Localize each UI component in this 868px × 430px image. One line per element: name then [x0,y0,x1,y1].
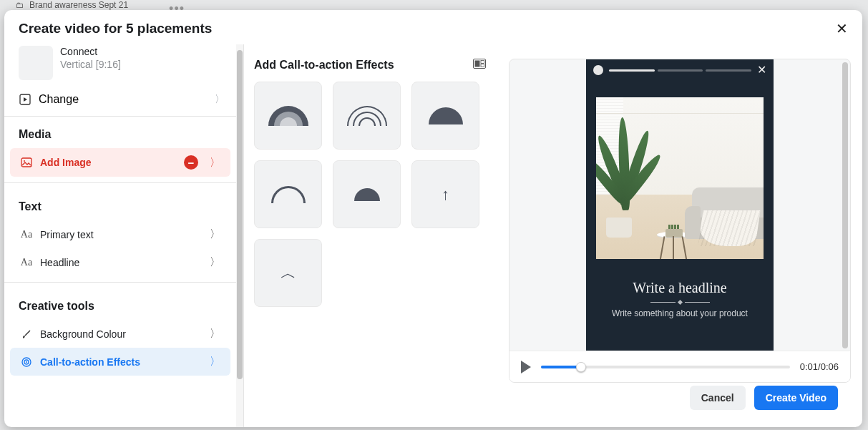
effect-single-arc[interactable] [254,160,322,228]
cancel-button[interactable]: Cancel [690,386,746,410]
chevron-up-icon: ︿ [281,263,296,284]
folder-icon: 🗀 [16,1,24,9]
preview-scrollbar[interactable] [842,61,849,346]
template-thumbnail [19,46,53,80]
image-icon [20,156,33,169]
cta-effects-button[interactable]: Call-to-action Effects 〉 [10,348,230,376]
template-name: Connect [60,46,121,57]
seek-slider[interactable] [541,366,790,368]
story-progress [609,69,751,72]
remove-icon[interactable]: − [184,155,198,170]
play-button[interactable] [521,361,531,373]
svg-point-5 [26,361,27,363]
close-icon[interactable]: ✕ [757,67,766,74]
preview-headline: Write a headline [586,280,774,296]
avatar [593,65,603,75]
story-preview: ✕ Write a headline [586,59,774,351]
change-template-button[interactable]: Change 〉 [4,87,236,117]
section-media: Media [4,117,236,148]
section-creative-tools: Creative tools [4,288,236,320]
text-icon: Aa [20,256,33,269]
story-image [596,97,764,259]
placement-icon[interactable] [473,59,486,72]
time-display: 0:01/0:06 [800,361,839,372]
effect-small-half[interactable] [333,160,401,228]
chevron-right-icon: 〉 [210,355,220,368]
template-summary: Connect Vertical [9:16] [4,44,236,87]
chevron-right-icon: 〉 [210,156,220,170]
svg-rect-1 [21,158,31,167]
add-image-button[interactable]: Add Image − 〉 [10,148,230,177]
create-video-button[interactable]: Create Video [754,386,838,410]
chevron-right-icon: 〉 [215,93,225,106]
text-icon: Aa [20,228,33,241]
create-video-modal: Create video for 5 placements ✕ Connect … [4,10,862,427]
chevron-right-icon: 〉 [210,228,220,241]
section-text: Text [4,189,236,220]
close-icon[interactable]: ✕ [836,20,848,37]
effects-title: Add Call-to-action Effects [254,59,394,72]
separator-icon [586,300,774,304]
background-tab: 🗀 Brand awareness Sept 21 [0,0,868,10]
modal-title: Create video for 5 placements [19,21,212,36]
svg-rect-8 [481,61,484,64]
modal-header: Create video for 5 placements ✕ [4,10,862,44]
background-colour-button[interactable]: Background Colour 〉 [10,320,230,348]
effect-half-circle[interactable] [411,82,479,150]
chevron-right-icon: 〉 [210,327,220,341]
primary-text-button[interactable]: Aa Primary text 〉 [10,220,230,248]
effect-arrow-up[interactable]: ↑ [411,160,479,228]
sidebar: Connect Vertical [9:16] Change 〉 Media [4,44,244,427]
effect-caret-up[interactable]: ︿ [254,239,322,307]
brush-icon [20,328,33,341]
headline-button[interactable]: Aa Headline 〉 [10,248,230,276]
target-icon [20,356,33,368]
preview-panel: ✕ Write a headline [503,44,862,427]
effect-filled-arches[interactable] [254,82,322,150]
chevron-right-icon: 〉 [210,255,220,269]
video-controls: 0:01/0:06 [509,351,850,382]
svg-rect-7 [475,61,480,67]
svg-point-2 [24,160,25,162]
arrow-up-icon: ↑ [442,185,449,204]
play-square-icon [19,93,31,106]
effects-panel: Add Call-to-action Effects ↑ ︿ [244,44,503,427]
effect-outline-arches[interactable] [333,82,401,150]
preview-subtext: Write something about your product [586,308,774,318]
template-aspect: Vertical [9:16] [60,59,121,70]
sidebar-scrollbar[interactable] [236,44,243,427]
svg-rect-9 [481,64,484,67]
